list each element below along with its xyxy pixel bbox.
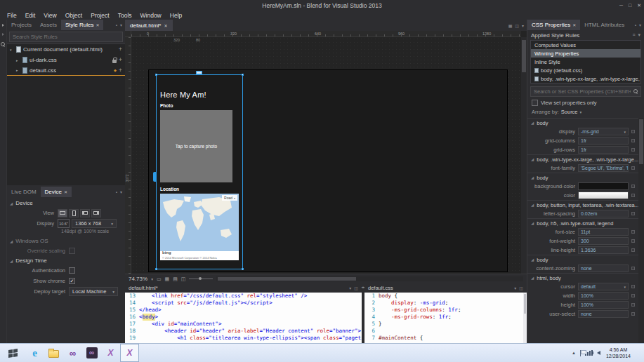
close-icon[interactable]: ✕	[64, 189, 67, 194]
selection-handle[interactable]	[155, 74, 157, 76]
grid-toggle-icon[interactable]: ▦	[508, 23, 513, 28]
collapse-triangle-icon[interactable]: ◢	[531, 175, 534, 180]
view-snapped-left-button[interactable]	[80, 209, 90, 217]
add-rule-icon[interactable]: +	[119, 57, 122, 63]
split-view-icon[interactable]: ◫	[519, 286, 523, 290]
property-marker[interactable]	[631, 212, 635, 215]
minimize-button[interactable]: ─	[619, 3, 623, 8]
selection-tag[interactable]	[153, 172, 157, 182]
zoom-level[interactable]: 74.73%	[129, 276, 147, 282]
add-rule-icon[interactable]: +	[119, 46, 122, 53]
property-marker[interactable]	[631, 312, 635, 316]
grid-icon[interactable]: ▦	[165, 276, 170, 281]
property-group-header[interactable]: ◢html, body	[527, 273, 638, 282]
chevron-down-icon[interactable]: ▾	[120, 189, 122, 194]
snap-grid-icon[interactable]: ▤	[173, 276, 178, 281]
css-property-value-cursor[interactable]: default▾	[578, 283, 629, 290]
zoom-tool-icon[interactable]	[1, 42, 6, 47]
taskbar-clock[interactable]: 4:56 AM 12/28/2014	[605, 347, 632, 359]
expander-icon[interactable]: ▸	[16, 58, 20, 62]
start-button[interactable]	[0, 344, 25, 362]
css-code-body[interactable]: 1body {2 display: -ms-grid;3 -ms-grid-co…	[364, 293, 527, 343]
css-property-value-font-family[interactable]: 'Segoe UI', 'Ebrima', 'Nir...	[578, 164, 629, 172]
chevron-down-icon[interactable]: ▾	[349, 286, 351, 290]
tab-default-html[interactable]: default.html* ✕	[125, 20, 173, 31]
collapse-triangle-icon[interactable]: ◢	[531, 203, 534, 207]
css-property-value-line-height[interactable]: 1.3636	[578, 246, 629, 254]
chevron-down-icon[interactable]: ▾	[151, 277, 153, 281]
property-marker[interactable]	[631, 130, 635, 133]
css-property-value-width[interactable]: 100%	[578, 292, 629, 300]
selection-handle[interactable]	[196, 71, 202, 74]
view-snapped-right-button[interactable]	[91, 209, 101, 217]
file-explorer-icon[interactable]	[44, 344, 63, 362]
tab-style-rules[interactable]: Style Rules✕	[61, 20, 104, 30]
property-marker[interactable]	[631, 294, 635, 297]
menu-project[interactable]: Project	[86, 12, 113, 19]
override-scaling-checkbox[interactable]	[69, 248, 75, 254]
style-rule-item[interactable]: body, .win-type-xx-large, .win-type-x-la…	[531, 74, 640, 83]
tab-projects[interactable]: Projects	[7, 20, 36, 30]
css-property-value-letter-spacing[interactable]: 0.02em	[578, 210, 629, 217]
display-resolution-select[interactable]: 1366 x 768 ▾	[72, 219, 117, 228]
map-style-button[interactable]: Road ▾	[222, 195, 237, 201]
tab-device[interactable]: Device✕	[41, 187, 72, 197]
css-property-value-font-size[interactable]: 11pt	[578, 228, 629, 236]
css-property-value-color[interactable]	[578, 192, 629, 199]
chevron-down-icon[interactable]: ▾	[522, 23, 524, 28]
pin-icon[interactable]: ▪	[635, 23, 636, 27]
show-chrome-checkbox[interactable]: ✓	[69, 278, 75, 284]
property-marker[interactable]	[631, 194, 635, 197]
tree-item-default-css[interactable]: ▸ default.css ◆ +	[7, 65, 125, 76]
volume-icon[interactable]	[597, 351, 600, 355]
view-set-properties-checkbox[interactable]	[532, 100, 538, 106]
tab-assets[interactable]: Assets	[36, 20, 61, 30]
artboard-vertical-scrollbar[interactable]	[521, 37, 527, 274]
style-rule-item[interactable]: Winning Properties	[531, 49, 640, 58]
menu-view[interactable]: View	[39, 12, 60, 19]
fit-to-screen-icon[interactable]: ▭	[157, 276, 162, 281]
css-property-value-height[interactable]: 100%	[578, 301, 629, 309]
artboard-horizontal-scrollbar[interactable]	[216, 276, 523, 281]
design-time-section-header[interactable]: ◢ Design Time	[7, 256, 125, 265]
css-properties-search-input[interactable]	[531, 88, 633, 95]
menu-object[interactable]: Object	[61, 12, 87, 19]
pin-icon[interactable]: ▪	[116, 23, 117, 27]
property-marker[interactable]	[631, 148, 635, 152]
selection-handle[interactable]	[242, 268, 244, 270]
arrange-by-select[interactable]: Source	[561, 109, 578, 115]
add-rule-icon[interactable]: +	[119, 67, 122, 74]
tree-item-ui-dark-css[interactable]: ▸ ui-dark.css +	[7, 55, 125, 65]
property-marker[interactable]	[631, 166, 635, 170]
menu-tools[interactable]: Tools	[114, 12, 136, 19]
property-group-header[interactable]: ◢body	[527, 118, 638, 127]
collapse-triangle-icon[interactable]: ◢	[531, 121, 534, 125]
collapse-triangle-icon[interactable]: ◢	[531, 276, 534, 280]
view-portrait-button[interactable]	[69, 209, 79, 217]
menu-help[interactable]: Help	[166, 12, 186, 19]
chevron-down-icon[interactable]: ▾	[120, 22, 122, 27]
css-property-value-background-color[interactable]	[578, 182, 629, 190]
collapse-triangle-icon[interactable]: ◢	[531, 257, 534, 262]
style-rule-item[interactable]: body (default.css)	[531, 66, 640, 74]
hidden-icons-chevron[interactable]: ▲	[572, 351, 576, 355]
property-group-header[interactable]: ◢body, button, input, textarea, .win-tex…	[527, 200, 638, 209]
tab-html-attributes[interactable]: HTML Attributes	[580, 20, 629, 30]
chevron-down-icon[interactable]: ▾	[514, 286, 516, 290]
zoom-slider[interactable]	[189, 279, 213, 279]
menu-edit[interactable]: Edit	[21, 12, 40, 19]
pin-icon[interactable]: ▪	[116, 190, 117, 194]
menu-window[interactable]: Window	[136, 12, 166, 19]
map-preview[interactable]: Road ▾ bing © 2014 Microsoft Corporation…	[160, 194, 239, 260]
css-property-value-grid-rows[interactable]: 1fr	[578, 146, 629, 154]
property-marker[interactable]	[631, 139, 635, 142]
property-group-header[interactable]: ◢body, .win-type-xx-large, .win-type-x-l…	[527, 154, 638, 163]
collapse-triangle-icon[interactable]: ◢	[531, 221, 534, 225]
maximize-button[interactable]: □	[629, 3, 631, 8]
tree-item-current-document[interactable]: ▾ Current document (default.html) +	[7, 44, 125, 55]
action-center-flag-icon[interactable]	[580, 350, 581, 356]
body-selection-outline[interactable]: Here My Am! Photo Tap to capture photo L…	[156, 74, 243, 269]
split-view-icon[interactable]: ◫	[515, 23, 519, 28]
css-property-value-content-zooming[interactable]: none	[578, 264, 629, 272]
internet-explorer-icon[interactable]: e	[25, 344, 44, 362]
